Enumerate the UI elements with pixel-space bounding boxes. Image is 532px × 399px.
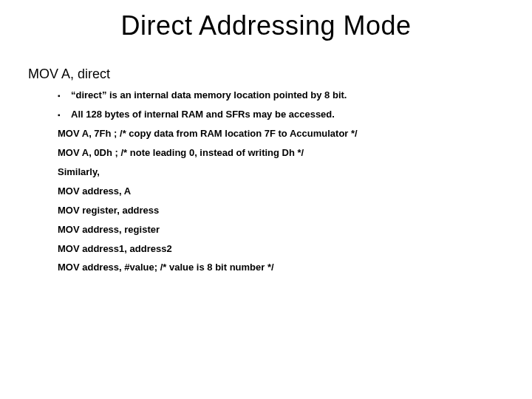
body-line: MOV register, address	[58, 205, 502, 216]
bullet-line: “direct” is an internal data memory loca…	[58, 90, 502, 101]
body-line: MOV address1, address2	[58, 244, 502, 255]
body-line: MOV A, 7Fh ; /* copy data from RAM locat…	[58, 129, 502, 140]
body-line: MOV address, #value; /* value is 8 bit n…	[58, 262, 502, 273]
body-line: MOV A, 0Dh ; /* note leading 0, instead …	[58, 148, 502, 159]
body-line: MOV address, A	[58, 186, 502, 197]
slide-body: “direct” is an internal data memory loca…	[58, 90, 502, 282]
body-line: Similarly,	[58, 167, 502, 178]
slide-title: Direct Addressing Mode	[0, 10, 532, 41]
body-line: MOV address, register	[58, 225, 502, 236]
slide: Direct Addressing Mode MOV A, direct “di…	[0, 0, 532, 399]
bullet-line: All 128 bytes of internal RAM and SFRs m…	[58, 109, 502, 120]
slide-subheading: MOV A, direct	[28, 66, 110, 82]
